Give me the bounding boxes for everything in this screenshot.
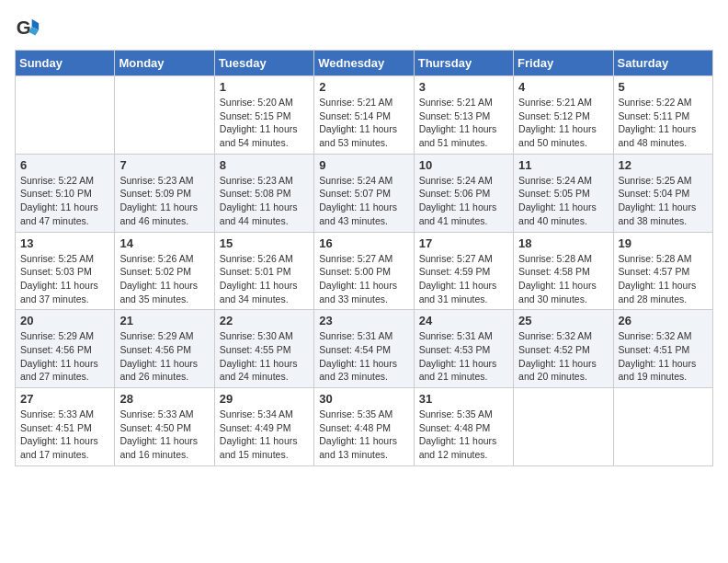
day-info: Sunrise: 5:29 AM Sunset: 4:56 PM Dayligh… bbox=[20, 329, 109, 384]
calendar-cell: 2Sunrise: 5:21 AM Sunset: 5:14 PM Daylig… bbox=[314, 76, 414, 155]
day-info: Sunrise: 5:25 AM Sunset: 5:04 PM Dayligh… bbox=[619, 174, 708, 228]
day-number: 12 bbox=[619, 158, 708, 172]
days-header-row: SundayMondayTuesdayWednesdayThursdayFrid… bbox=[16, 51, 713, 76]
day-info: Sunrise: 5:31 AM Sunset: 4:53 PM Dayligh… bbox=[419, 329, 508, 384]
calendar-table: SundayMondayTuesdayWednesdayThursdayFrid… bbox=[15, 50, 713, 466]
logo: G bbox=[15, 15, 42, 40]
calendar-cell bbox=[16, 76, 115, 155]
calendar-cell: 21Sunrise: 5:29 AM Sunset: 4:56 PM Dayli… bbox=[115, 310, 214, 388]
day-number: 16 bbox=[319, 236, 408, 250]
day-info: Sunrise: 5:21 AM Sunset: 5:14 PM Dayligh… bbox=[319, 96, 408, 150]
day-info: Sunrise: 5:26 AM Sunset: 5:02 PM Dayligh… bbox=[119, 252, 209, 306]
calendar-cell: 30Sunrise: 5:35 AM Sunset: 4:48 PM Dayli… bbox=[314, 388, 414, 466]
day-info: Sunrise: 5:35 AM Sunset: 4:48 PM Dayligh… bbox=[319, 408, 408, 462]
calendar-cell: 13Sunrise: 5:25 AM Sunset: 5:03 PM Dayli… bbox=[16, 232, 115, 310]
day-info: Sunrise: 5:25 AM Sunset: 5:03 PM Dayligh… bbox=[20, 252, 109, 306]
calendar-week-0: 1Sunrise: 5:20 AM Sunset: 5:15 PM Daylig… bbox=[16, 76, 713, 155]
calendar-cell: 12Sunrise: 5:25 AM Sunset: 5:04 PM Dayli… bbox=[613, 154, 712, 232]
calendar-header: SundayMondayTuesdayWednesdayThursdayFrid… bbox=[16, 51, 713, 76]
day-info: Sunrise: 5:20 AM Sunset: 5:15 PM Dayligh… bbox=[220, 96, 309, 150]
calendar-cell: 23Sunrise: 5:31 AM Sunset: 4:54 PM Dayli… bbox=[314, 310, 414, 388]
day-info: Sunrise: 5:23 AM Sunset: 5:09 PM Dayligh… bbox=[119, 174, 209, 228]
calendar-week-1: 6Sunrise: 5:22 AM Sunset: 5:10 PM Daylig… bbox=[16, 154, 713, 232]
day-info: Sunrise: 5:21 AM Sunset: 5:13 PM Dayligh… bbox=[419, 96, 508, 150]
calendar-cell: 11Sunrise: 5:24 AM Sunset: 5:05 PM Dayli… bbox=[514, 154, 613, 232]
day-info: Sunrise: 5:33 AM Sunset: 4:50 PM Dayligh… bbox=[119, 408, 209, 462]
calendar-cell: 18Sunrise: 5:28 AM Sunset: 4:58 PM Dayli… bbox=[514, 232, 613, 310]
calendar-cell: 17Sunrise: 5:27 AM Sunset: 4:59 PM Dayli… bbox=[414, 232, 513, 310]
day-info: Sunrise: 5:29 AM Sunset: 4:56 PM Dayligh… bbox=[119, 329, 209, 384]
calendar-cell: 7Sunrise: 5:23 AM Sunset: 5:09 PM Daylig… bbox=[115, 154, 214, 232]
calendar-body: 1Sunrise: 5:20 AM Sunset: 5:15 PM Daylig… bbox=[16, 76, 713, 466]
day-number: 23 bbox=[319, 314, 408, 327]
day-info: Sunrise: 5:22 AM Sunset: 5:10 PM Dayligh… bbox=[20, 174, 109, 228]
calendar-cell: 1Sunrise: 5:20 AM Sunset: 5:15 PM Daylig… bbox=[214, 76, 313, 155]
day-header-wednesday: Wednesday bbox=[314, 51, 414, 76]
day-number: 18 bbox=[518, 236, 608, 250]
calendar-cell: 24Sunrise: 5:31 AM Sunset: 4:53 PM Dayli… bbox=[414, 310, 513, 388]
day-number: 9 bbox=[319, 158, 408, 172]
calendar-cell bbox=[514, 388, 613, 466]
day-number: 30 bbox=[319, 392, 408, 406]
day-number: 22 bbox=[220, 314, 309, 327]
day-number: 27 bbox=[20, 392, 109, 406]
day-number: 21 bbox=[119, 314, 209, 327]
calendar-cell: 6Sunrise: 5:22 AM Sunset: 5:10 PM Daylig… bbox=[16, 154, 115, 232]
day-number: 26 bbox=[619, 314, 708, 327]
day-number: 4 bbox=[518, 80, 608, 94]
day-header-monday: Monday bbox=[115, 51, 214, 76]
svg-text:G: G bbox=[17, 17, 31, 38]
calendar-cell: 27Sunrise: 5:33 AM Sunset: 4:51 PM Dayli… bbox=[16, 388, 115, 466]
day-header-saturday: Saturday bbox=[613, 51, 712, 76]
day-info: Sunrise: 5:22 AM Sunset: 5:11 PM Dayligh… bbox=[619, 96, 708, 150]
page-header: G bbox=[15, 15, 713, 40]
calendar-cell: 22Sunrise: 5:30 AM Sunset: 4:55 PM Dayli… bbox=[214, 310, 313, 388]
day-number: 7 bbox=[119, 158, 209, 172]
day-number: 17 bbox=[419, 236, 508, 250]
day-info: Sunrise: 5:24 AM Sunset: 5:06 PM Dayligh… bbox=[419, 174, 508, 228]
day-info: Sunrise: 5:27 AM Sunset: 4:59 PM Dayligh… bbox=[419, 252, 508, 306]
day-number: 28 bbox=[119, 392, 209, 406]
logo-icon: G bbox=[15, 15, 40, 40]
calendar-week-2: 13Sunrise: 5:25 AM Sunset: 5:03 PM Dayli… bbox=[16, 232, 713, 310]
day-info: Sunrise: 5:32 AM Sunset: 4:51 PM Dayligh… bbox=[619, 329, 708, 384]
calendar-cell: 31Sunrise: 5:35 AM Sunset: 4:48 PM Dayli… bbox=[414, 388, 513, 466]
calendar-cell: 8Sunrise: 5:23 AM Sunset: 5:08 PM Daylig… bbox=[214, 154, 313, 232]
calendar-cell bbox=[115, 76, 214, 155]
day-number: 5 bbox=[619, 80, 708, 94]
day-info: Sunrise: 5:28 AM Sunset: 4:58 PM Dayligh… bbox=[518, 252, 608, 306]
day-info: Sunrise: 5:28 AM Sunset: 4:57 PM Dayligh… bbox=[619, 252, 708, 306]
day-info: Sunrise: 5:27 AM Sunset: 5:00 PM Dayligh… bbox=[319, 252, 408, 306]
day-number: 24 bbox=[419, 314, 508, 327]
day-number: 8 bbox=[220, 158, 309, 172]
calendar-cell: 5Sunrise: 5:22 AM Sunset: 5:11 PM Daylig… bbox=[613, 76, 712, 155]
calendar-cell: 15Sunrise: 5:26 AM Sunset: 5:01 PM Dayli… bbox=[214, 232, 313, 310]
calendar-cell: 20Sunrise: 5:29 AM Sunset: 4:56 PM Dayli… bbox=[16, 310, 115, 388]
day-number: 31 bbox=[419, 392, 508, 406]
calendar-week-4: 27Sunrise: 5:33 AM Sunset: 4:51 PM Dayli… bbox=[16, 388, 713, 466]
day-number: 19 bbox=[619, 236, 708, 250]
calendar-cell bbox=[613, 388, 712, 466]
day-header-thursday: Thursday bbox=[414, 51, 513, 76]
calendar-cell: 3Sunrise: 5:21 AM Sunset: 5:13 PM Daylig… bbox=[414, 76, 513, 155]
day-info: Sunrise: 5:24 AM Sunset: 5:07 PM Dayligh… bbox=[319, 174, 408, 228]
calendar-cell: 10Sunrise: 5:24 AM Sunset: 5:06 PM Dayli… bbox=[414, 154, 513, 232]
day-info: Sunrise: 5:32 AM Sunset: 4:52 PM Dayligh… bbox=[518, 329, 608, 384]
day-number: 15 bbox=[220, 236, 309, 250]
day-number: 14 bbox=[119, 236, 209, 250]
day-info: Sunrise: 5:34 AM Sunset: 4:49 PM Dayligh… bbox=[220, 408, 309, 462]
day-number: 1 bbox=[220, 80, 309, 94]
day-number: 3 bbox=[419, 80, 508, 94]
day-number: 2 bbox=[319, 80, 408, 94]
calendar-cell: 9Sunrise: 5:24 AM Sunset: 5:07 PM Daylig… bbox=[314, 154, 414, 232]
day-number: 6 bbox=[20, 158, 109, 172]
day-info: Sunrise: 5:24 AM Sunset: 5:05 PM Dayligh… bbox=[518, 174, 608, 228]
day-number: 20 bbox=[20, 314, 109, 327]
day-info: Sunrise: 5:35 AM Sunset: 4:48 PM Dayligh… bbox=[419, 408, 508, 462]
day-info: Sunrise: 5:21 AM Sunset: 5:12 PM Dayligh… bbox=[518, 96, 608, 150]
day-number: 29 bbox=[220, 392, 309, 406]
calendar-cell: 28Sunrise: 5:33 AM Sunset: 4:50 PM Dayli… bbox=[115, 388, 214, 466]
day-header-tuesday: Tuesday bbox=[214, 51, 313, 76]
calendar-cell: 4Sunrise: 5:21 AM Sunset: 5:12 PM Daylig… bbox=[514, 76, 613, 155]
calendar-cell: 19Sunrise: 5:28 AM Sunset: 4:57 PM Dayli… bbox=[613, 232, 712, 310]
